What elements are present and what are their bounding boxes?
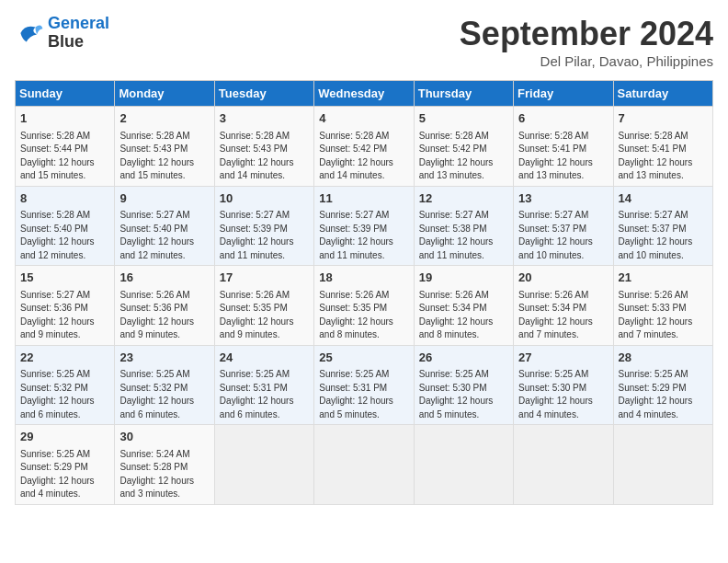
- sunrise-info: Sunrise: 5:27 AM: [20, 290, 90, 300]
- sunset-info: Sunset: 5:31 PM: [319, 383, 387, 393]
- day-number: 14: [619, 190, 708, 207]
- day-number: 29: [20, 429, 109, 445]
- calendar-week-row: 1 Sunrise: 5:28 AM Sunset: 5:44 PM Dayli…: [16, 107, 713, 187]
- day-number: 13: [518, 190, 608, 207]
- day-number: 8: [20, 190, 109, 207]
- sunset-info: Sunset: 5:39 PM: [220, 224, 288, 234]
- day-number: 6: [518, 110, 608, 127]
- day-number: 27: [518, 350, 608, 366]
- header-saturday: Saturday: [613, 81, 712, 107]
- sunset-info: Sunset: 5:29 PM: [20, 462, 88, 472]
- daylight-label: Daylight: 12 hours and 11 minutes.: [319, 236, 393, 260]
- logo-line2: Blue: [48, 33, 109, 52]
- day-cell: 23 Sunrise: 5:25 AM Sunset: 5:32 PM Dayl…: [115, 345, 214, 425]
- sunrise-info: Sunrise: 5:28 AM: [20, 131, 90, 141]
- daylight-label: Daylight: 12 hours and 14 minutes.: [319, 157, 393, 181]
- daylight-label: Daylight: 12 hours and 9 minutes.: [20, 316, 95, 340]
- day-number: 12: [419, 190, 508, 207]
- day-cell: 7 Sunrise: 5:28 AM Sunset: 5:41 PM Dayli…: [613, 107, 712, 187]
- day-cell: 8 Sunrise: 5:28 AM Sunset: 5:40 PM Dayli…: [16, 186, 115, 266]
- sunrise-info: Sunrise: 5:26 AM: [419, 290, 489, 300]
- sunrise-info: Sunrise: 5:24 AM: [119, 449, 189, 459]
- daylight-label: Daylight: 12 hours and 13 minutes.: [518, 157, 593, 181]
- daylight-label: Daylight: 12 hours and 8 minutes.: [319, 316, 393, 340]
- daylight-label: Daylight: 12 hours and 6 minutes.: [220, 396, 294, 419]
- day-cell: 24 Sunrise: 5:25 AM Sunset: 5:31 PM Dayl…: [214, 345, 313, 425]
- location-subtitle: Del Pilar, Davao, Philippines: [460, 53, 713, 69]
- calendar-table: SundayMondayTuesdayWednesdayThursdayFrid…: [15, 80, 713, 505]
- daylight-label: Daylight: 12 hours and 15 minutes.: [20, 157, 95, 181]
- header-tuesday: Tuesday: [214, 81, 313, 107]
- empty-cell: [514, 425, 613, 505]
- day-cell: 22 Sunrise: 5:25 AM Sunset: 5:32 PM Dayl…: [16, 345, 115, 425]
- sunrise-info: Sunrise: 5:27 AM: [220, 210, 290, 220]
- sunset-info: Sunset: 5:29 PM: [619, 383, 687, 393]
- daylight-label: Daylight: 12 hours and 13 minutes.: [619, 157, 693, 181]
- daylight-label: Daylight: 12 hours and 11 minutes.: [419, 236, 494, 260]
- empty-cell: [613, 425, 712, 505]
- sunset-info: Sunset: 5:36 PM: [119, 303, 188, 313]
- sunset-info: Sunset: 5:40 PM: [119, 224, 188, 234]
- header-monday: Monday: [115, 81, 214, 107]
- day-number: 9: [119, 190, 209, 207]
- day-number: 17: [220, 270, 309, 286]
- daylight-label: Daylight: 12 hours and 3 minutes.: [119, 476, 194, 500]
- sunset-info: Sunset: 5:34 PM: [518, 303, 586, 313]
- sunset-info: Sunset: 5:36 PM: [20, 303, 88, 313]
- header-sunday: Sunday: [16, 81, 115, 107]
- logo-line1: General: [48, 15, 109, 33]
- sunrise-info: Sunrise: 5:25 AM: [119, 369, 189, 379]
- empty-cell: [214, 425, 313, 505]
- day-cell: 16 Sunrise: 5:26 AM Sunset: 5:36 PM Dayl…: [115, 266, 214, 346]
- sunset-info: Sunset: 5:38 PM: [419, 224, 487, 234]
- sunset-info: Sunset: 5:33 PM: [619, 303, 687, 313]
- sunset-info: Sunset: 5:30 PM: [419, 383, 487, 393]
- sunrise-info: Sunrise: 5:28 AM: [119, 131, 189, 141]
- sunrise-info: Sunrise: 5:28 AM: [518, 131, 588, 141]
- sunset-info: Sunset: 5:32 PM: [119, 383, 188, 393]
- sunset-info: Sunset: 5:43 PM: [220, 144, 288, 154]
- sunset-info: Sunset: 5:42 PM: [419, 144, 487, 154]
- logo: General Blue: [15, 15, 109, 52]
- day-cell: 6 Sunrise: 5:28 AM Sunset: 5:41 PM Dayli…: [514, 107, 613, 187]
- daylight-label: Daylight: 12 hours and 8 minutes.: [419, 316, 494, 340]
- sunrise-info: Sunrise: 5:25 AM: [20, 369, 90, 379]
- day-cell: 25 Sunrise: 5:25 AM Sunset: 5:31 PM Dayl…: [314, 345, 414, 425]
- empty-cell: [314, 425, 414, 505]
- daylight-label: Daylight: 12 hours and 14 minutes.: [220, 157, 294, 181]
- day-number: 19: [419, 270, 508, 286]
- day-cell: 14 Sunrise: 5:27 AM Sunset: 5:37 PM Dayl…: [613, 186, 712, 266]
- sunrise-info: Sunrise: 5:27 AM: [119, 210, 189, 220]
- day-cell: 2 Sunrise: 5:28 AM Sunset: 5:43 PM Dayli…: [115, 107, 214, 187]
- daylight-label: Daylight: 12 hours and 4 minutes.: [518, 396, 593, 419]
- daylight-label: Daylight: 12 hours and 9 minutes.: [220, 316, 294, 340]
- day-number: 24: [220, 350, 309, 366]
- sunset-info: Sunset: 5:37 PM: [619, 224, 687, 234]
- day-cell: 10 Sunrise: 5:27 AM Sunset: 5:39 PM Dayl…: [214, 186, 313, 266]
- daylight-label: Daylight: 12 hours and 12 minutes.: [119, 236, 194, 260]
- day-cell: 13 Sunrise: 5:27 AM Sunset: 5:37 PM Dayl…: [514, 186, 613, 266]
- calendar-week-row: 8 Sunrise: 5:28 AM Sunset: 5:40 PM Dayli…: [16, 186, 713, 266]
- daylight-label: Daylight: 12 hours and 6 minutes.: [20, 396, 95, 419]
- month-title: September 2024: [460, 15, 713, 53]
- day-number: 10: [220, 190, 309, 207]
- day-number: 16: [119, 270, 209, 286]
- day-number: 25: [319, 350, 408, 366]
- day-cell: 15 Sunrise: 5:27 AM Sunset: 5:36 PM Dayl…: [16, 266, 115, 346]
- sunrise-info: Sunrise: 5:28 AM: [419, 131, 489, 141]
- day-cell: 30 Sunrise: 5:24 AM Sunset: 5:28 PM Dayl…: [115, 425, 214, 505]
- day-number: 15: [20, 270, 109, 286]
- sunrise-info: Sunrise: 5:28 AM: [20, 210, 90, 220]
- sunset-info: Sunset: 5:37 PM: [518, 224, 586, 234]
- daylight-label: Daylight: 12 hours and 11 minutes.: [220, 236, 294, 260]
- sunrise-info: Sunrise: 5:27 AM: [419, 210, 489, 220]
- day-number: 7: [619, 110, 708, 127]
- day-cell: 4 Sunrise: 5:28 AM Sunset: 5:42 PM Dayli…: [314, 107, 414, 187]
- weekday-header-row: SundayMondayTuesdayWednesdayThursdayFrid…: [16, 81, 713, 107]
- day-cell: 11 Sunrise: 5:27 AM Sunset: 5:39 PM Dayl…: [314, 186, 414, 266]
- sunrise-info: Sunrise: 5:25 AM: [419, 369, 489, 379]
- daylight-label: Daylight: 12 hours and 10 minutes.: [619, 236, 693, 260]
- sunrise-info: Sunrise: 5:26 AM: [319, 290, 389, 300]
- sunrise-info: Sunrise: 5:26 AM: [619, 290, 688, 300]
- header-wednesday: Wednesday: [314, 81, 414, 107]
